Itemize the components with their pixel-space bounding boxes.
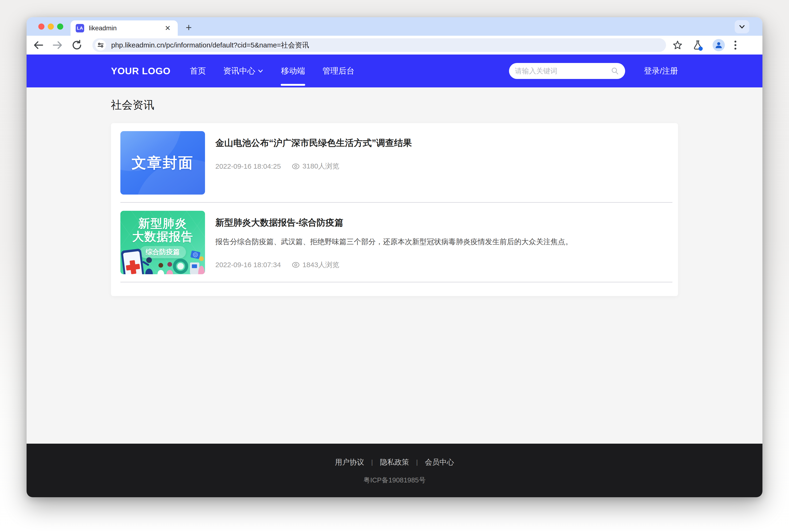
- forward-button[interactable]: [51, 39, 64, 52]
- article-views: 3180人浏览: [303, 162, 339, 171]
- thumbnail-cover-text: 文章封面: [132, 153, 194, 173]
- tune-icon: [97, 42, 104, 49]
- bookmark-star-icon: [672, 40, 683, 51]
- search-icon[interactable]: [611, 67, 619, 75]
- tab-favicon: LA: [76, 24, 84, 33]
- login-register-link[interactable]: 登录/注册: [644, 65, 678, 76]
- new-tab-button[interactable]: +: [186, 22, 192, 33]
- footer-link-user-agreement[interactable]: 用户协议: [335, 457, 364, 467]
- forward-arrow-icon: [52, 39, 63, 51]
- article-date: 2022-09-16 18:04:25: [215, 163, 281, 170]
- keyword-search-box[interactable]: [509, 63, 625, 79]
- url-bar[interactable]: php.likeadmin.cn/pc/information/default?…: [92, 38, 666, 52]
- nav-item-admin[interactable]: 管理后台: [322, 62, 354, 80]
- zoom-window-button[interactable]: [57, 23, 63, 30]
- footer-icp-number: 粤ICP备19081985号: [363, 476, 426, 485]
- thumbnail-illustration: [120, 248, 205, 274]
- thumbnail-title-line2: 大数据报告: [132, 230, 193, 243]
- page-content: 社会资讯 文章封面 金山电池公布“沪广深市民绿色生活方式”调查结果 2022-0…: [26, 88, 763, 444]
- footer-links: 用户协议 | 隐私政策 | 会员中心: [335, 457, 454, 467]
- profile-avatar-icon: [715, 41, 723, 49]
- nav-item-home[interactable]: 首页: [190, 62, 206, 80]
- nav-item-news-center[interactable]: 资讯中心: [223, 62, 264, 80]
- site-logo[interactable]: YOUR LOGO: [111, 66, 170, 76]
- back-arrow-icon: [33, 39, 44, 51]
- browser-menu-button[interactable]: [734, 40, 737, 51]
- experiments-button[interactable]: [692, 39, 704, 51]
- tab-search-button[interactable]: [735, 20, 749, 33]
- search-input[interactable]: [515, 67, 611, 75]
- footer-link-privacy-policy[interactable]: 隐私政策: [380, 457, 409, 467]
- chevron-down-icon: [738, 23, 746, 30]
- article-row[interactable]: 文章封面 金山电池公布“沪广深市民绿色生活方式”调查结果 2022-09-16 …: [111, 123, 678, 194]
- bookmark-button[interactable]: [672, 40, 683, 51]
- browser-window: LA likeadmin ✕ +: [26, 17, 763, 497]
- url-text: php.likeadmin.cn/pc/information/default?…: [111, 40, 309, 50]
- active-tab-indicator: [281, 84, 305, 86]
- window-controls: [38, 23, 63, 30]
- article-description: 报告分综合防疫篇、武汉篇、拒绝野味篇三个部分，还原本次新型冠状病毒肺炎疫情发生前…: [215, 236, 669, 247]
- article-date: 2022-09-16 18:07:34: [215, 261, 281, 269]
- eye-icon: [292, 262, 300, 268]
- site-nav-links: 首页 资讯中心 移动端 管理后台: [190, 62, 354, 80]
- article-meta: 2022-09-16 18:04:25 3180人浏览: [215, 162, 669, 171]
- tab-strip: LA likeadmin ✕ +: [26, 17, 763, 36]
- article-row[interactable]: 新型肺炎 大数据报告 综合防疫篇: [111, 203, 678, 274]
- article-list-card: 文章封面 金山电池公布“沪广深市民绿色生活方式”调查结果 2022-09-16 …: [111, 123, 678, 296]
- browser-tab[interactable]: LA likeadmin ✕: [71, 20, 178, 36]
- browser-toolbar: php.likeadmin.cn/pc/information/default?…: [26, 36, 763, 55]
- footer-link-member-center[interactable]: 会员中心: [425, 457, 454, 467]
- nav-item-mobile[interactable]: 移动端: [281, 62, 305, 80]
- site-navbar: YOUR LOGO 首页 资讯中心 移动端 管理后台: [26, 55, 763, 88]
- toolbar-right: [672, 39, 737, 51]
- eye-icon: [292, 163, 300, 169]
- tab-title: likeadmin: [89, 24, 163, 32]
- article-title[interactable]: 金山电池公布“沪广深市民绿色生活方式”调查结果: [215, 137, 669, 149]
- back-button[interactable]: [32, 39, 45, 52]
- thumbnail-title-line1: 新型肺炎: [138, 217, 187, 230]
- minimize-window-button[interactable]: [48, 23, 54, 30]
- tab-close-icon[interactable]: ✕: [163, 23, 173, 33]
- reload-icon: [71, 39, 82, 51]
- close-window-button[interactable]: [38, 23, 44, 30]
- article-title[interactable]: 新型肺炎大数据报告-综合防疫篇: [215, 217, 669, 228]
- article-thumbnail[interactable]: 文章封面: [120, 131, 205, 194]
- reload-button[interactable]: [70, 39, 83, 52]
- article-views: 1843人浏览: [303, 260, 339, 270]
- experiments-flask-icon: [692, 39, 704, 51]
- article-thumbnail[interactable]: 新型肺炎 大数据报告 综合防疫篇: [120, 211, 205, 274]
- page-title: 社会资讯: [111, 88, 678, 112]
- chevron-down-icon: [258, 68, 264, 74]
- site-footer: 用户协议 | 隐私政策 | 会员中心 粤ICP备19081985号: [26, 444, 763, 497]
- article-meta: 2022-09-16 18:07:34 1843人浏览: [215, 260, 669, 270]
- kebab-menu-icon: [734, 40, 737, 51]
- site-info-button[interactable]: [95, 40, 106, 51]
- profile-button[interactable]: [713, 39, 725, 51]
